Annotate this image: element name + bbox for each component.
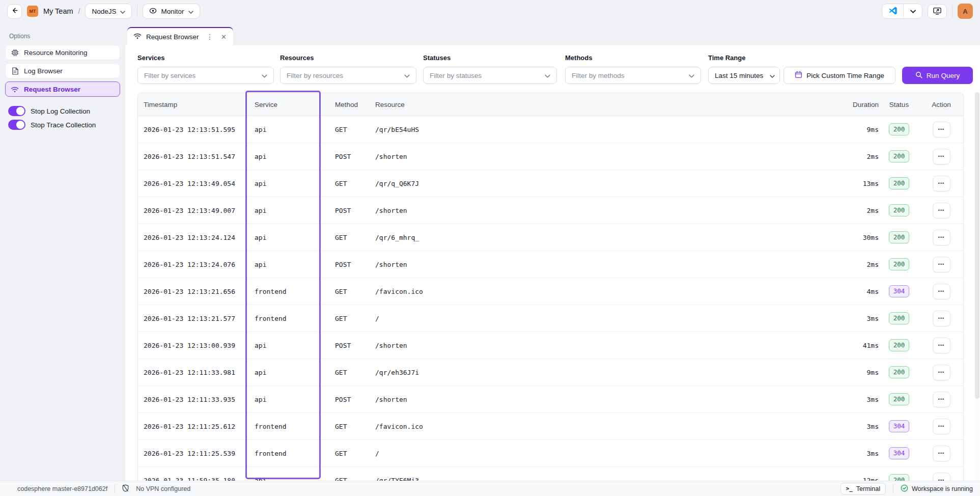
run-query-label: Run Query <box>927 72 960 79</box>
table-row[interactable]: 2026-01-23 12:13:51.595 api GET /qr/bE54… <box>138 116 963 143</box>
sidebar-item-label: Request Browser <box>24 86 80 93</box>
cell-duration: 9ms <box>818 126 879 133</box>
table-row[interactable]: 2026-01-23 12:13:49.007 api POST /shorte… <box>138 197 963 224</box>
tab-request-browser[interactable]: Request Browser ⋮ ✕ <box>127 27 233 45</box>
cell-timestamp: 2026-01-23 12:13:24.124 <box>138 234 247 241</box>
resources-placeholder: Filter by resources <box>287 72 343 79</box>
cell-method: POST <box>320 342 375 349</box>
requests-table: Timestamp Service Method Resource Durati… <box>137 93 964 481</box>
methods-filter-select[interactable]: Filter by methods <box>565 67 701 84</box>
scrollbar-thumb[interactable] <box>975 92 979 399</box>
cell-duration: 2ms <box>818 207 879 214</box>
cell-resource: /qr/TYE6Mi3 <box>375 477 818 481</box>
services-label: Services <box>137 54 165 62</box>
table-row[interactable]: 2026-01-23 12:13:21.656 frontend GET /fa… <box>138 278 963 305</box>
tab-close-icon[interactable]: ✕ <box>219 33 228 41</box>
workspace-select[interactable]: NodeJS <box>85 4 132 19</box>
cell-duration: 4ms <box>818 288 879 295</box>
cell-resource: / <box>375 315 818 322</box>
table-row[interactable]: 2026-01-23 12:13:24.124 api GET /qr/6_mh… <box>138 224 963 251</box>
editor-options-caret[interactable] <box>904 4 922 18</box>
resources-label: Resources <box>280 54 314 62</box>
chevron-down-icon <box>404 72 410 79</box>
cell-resource: /qr/eh36J7i <box>375 369 818 376</box>
row-actions-button[interactable]: ••• <box>933 203 950 218</box>
avatar[interactable]: A <box>958 4 973 19</box>
cell-service: api <box>247 477 320 481</box>
table-row[interactable]: 2026-01-23 12:11:33.981 api GET /qr/eh36… <box>138 359 963 386</box>
row-actions-button[interactable]: ••• <box>933 284 950 299</box>
status-badge: 200 <box>889 177 910 189</box>
vscode-icon <box>888 6 898 17</box>
cell-timestamp: 2026-01-23 12:13:21.577 <box>138 315 247 322</box>
time-range-label: Time Range <box>708 54 745 62</box>
status-badge: 200 <box>889 123 910 135</box>
chevron-down-icon <box>689 72 694 79</box>
sidebar-item-label: Log Browser <box>24 67 63 75</box>
row-actions-button[interactable]: ••• <box>933 230 950 245</box>
row-actions-button[interactable]: ••• <box>933 446 950 461</box>
sidebar-item-resource-monitoring[interactable]: Resource Monitoring <box>5 45 120 60</box>
table-scrollbar <box>975 92 979 480</box>
status-badge: 200 <box>889 339 910 351</box>
terminal-button[interactable]: >_ Terminal <box>841 483 886 494</box>
monitor-select[interactable]: Monitor <box>143 4 200 19</box>
run-query-button[interactable]: Run Query <box>902 67 973 84</box>
row-actions-button[interactable]: ••• <box>933 122 950 137</box>
time-range-select[interactable]: Last 15 minutes <box>708 67 780 84</box>
cell-method: GET <box>320 450 375 457</box>
status-badge: 200 <box>889 366 910 378</box>
row-actions-button[interactable]: ••• <box>933 392 950 407</box>
row-actions-button[interactable]: ••• <box>933 257 950 272</box>
table-row[interactable]: 2026-01-23 12:13:51.547 api POST /shorte… <box>138 143 963 170</box>
cell-method: GET <box>320 315 375 322</box>
time-range-value: Last 15 minutes <box>715 72 763 79</box>
workspace-select-value: NodeJS <box>92 8 116 15</box>
statusbar-divider <box>115 484 115 493</box>
table-row[interactable]: 2026-01-23 12:11:25.539 frontend GET / 3… <box>138 440 963 467</box>
cell-resource: /qr/6_mhrq_ <box>375 234 818 241</box>
table-row[interactable]: 2026-01-23 12:13:49.054 api GET /qr/q_Q6… <box>138 170 963 197</box>
status-badge: 200 <box>889 258 910 270</box>
services-placeholder: Filter by services <box>144 72 195 79</box>
sidebar-item-label: Resource Monitoring <box>24 49 88 57</box>
services-filter-select[interactable]: Filter by services <box>137 67 274 84</box>
open-deployment-button[interactable] <box>928 4 947 19</box>
row-actions-button[interactable]: ••• <box>933 149 950 164</box>
topbar-divider <box>137 5 137 17</box>
row-actions-button[interactable]: ••• <box>933 473 950 481</box>
cell-method: POST <box>320 207 375 214</box>
resources-filter-select[interactable]: Filter by resources <box>280 67 416 84</box>
row-actions-button[interactable]: ••• <box>933 311 950 326</box>
statuses-filter-select[interactable]: Filter by statuses <box>423 67 557 84</box>
pick-custom-time-range-button[interactable]: Pick Custom Time Range <box>783 67 895 84</box>
table-row[interactable]: 2026-01-23 12:11:33.935 api POST /shorte… <box>138 386 963 413</box>
back-button[interactable] <box>7 4 22 19</box>
table-row[interactable]: 2026-01-23 12:13:21.577 frontend GET / 3… <box>138 305 963 332</box>
cell-service: api <box>247 342 320 349</box>
cell-timestamp: 2026-01-23 12:13:21.656 <box>138 288 247 295</box>
sidebar-item-request-browser[interactable]: Request Browser <box>5 81 120 97</box>
breadcrumb-team[interactable]: My Team <box>43 7 73 15</box>
cell-resource: / <box>375 450 818 457</box>
row-actions-button[interactable]: ••• <box>933 419 950 434</box>
cell-duration: 2ms <box>818 153 879 160</box>
row-actions-button[interactable]: ••• <box>933 365 950 380</box>
cell-resource: /shorten <box>375 261 818 268</box>
row-actions-button[interactable]: ••• <box>933 176 950 191</box>
cell-service: api <box>247 234 320 241</box>
vscode-button[interactable] <box>882 4 904 18</box>
table-row[interactable]: 2026-01-23 12:13:24.076 api POST /shorte… <box>138 251 963 278</box>
table-row[interactable]: 2026-01-23 12:13:00.939 api POST /shorte… <box>138 332 963 359</box>
table-row[interactable]: 2026-01-23 11:59:35.180 api GET /qr/TYE6… <box>138 467 963 481</box>
cell-service: api <box>247 207 320 214</box>
table-row[interactable]: 2026-01-23 12:11:25.612 frontend GET /fa… <box>138 413 963 440</box>
status-badge: 200 <box>889 150 910 162</box>
status-badge: 304 <box>889 285 910 297</box>
tab-kebab-icon[interactable]: ⋮ <box>205 33 215 41</box>
row-actions-button[interactable]: ••• <box>933 338 950 353</box>
chevron-down-icon <box>545 72 550 79</box>
stop-log-collection-toggle[interactable] <box>8 106 25 116</box>
stop-trace-collection-toggle[interactable] <box>8 120 25 130</box>
sidebar-item-log-browser[interactable]: Log Browser <box>5 63 120 78</box>
